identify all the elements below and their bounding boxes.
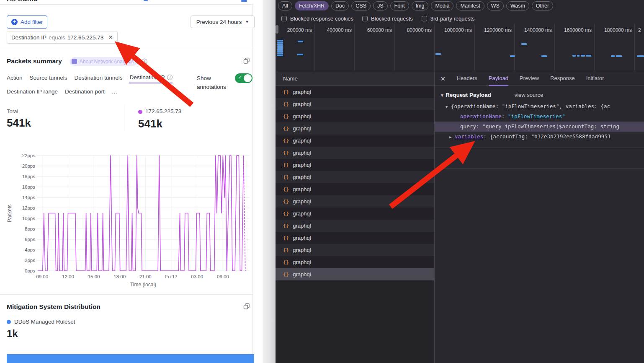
request-payload-section-header[interactable]: ▼ Request Payload view source — [435, 86, 644, 101]
packets-tabs-row-2: Destination IP rangeDestination port… — [7, 88, 117, 97]
detail-tab-response[interactable]: Response — [550, 72, 575, 86]
filter-pill-wasm[interactable]: Wasm — [506, 1, 529, 10]
tab-destination-ip-range[interactable]: Destination IP range — [7, 88, 58, 97]
popout-icon[interactable] — [243, 57, 250, 64]
total-value: 541k — [7, 117, 31, 130]
request-name: graphql — [293, 125, 311, 132]
request-row[interactable]: {}graphql — [276, 220, 434, 232]
fetch-icon: {} — [283, 259, 289, 265]
show-annotations-toggle[interactable]: ✓ — [235, 73, 252, 83]
tab-destination-tunnels[interactable]: Destination tunnels — [75, 74, 123, 83]
info-icon[interactable]: i — [167, 75, 173, 80]
time-range-label: Previous 24 hours — [196, 19, 242, 25]
view-source-link[interactable]: view source — [515, 92, 544, 98]
series-value: 541k — [138, 117, 162, 130]
request-row[interactable]: {}graphql — [276, 232, 434, 244]
series-ip-label[interactable]: 172.65.225.73 — [145, 108, 181, 114]
request-row[interactable]: {}graphql — [276, 195, 434, 207]
timeline-label: 1000000 ms — [428, 27, 472, 33]
filter-pill-font[interactable]: Font — [390, 1, 409, 10]
mitigation-legend-dot — [7, 320, 11, 324]
svg-text:Packets: Packets — [7, 205, 13, 223]
payload-line[interactable]: operationName: "ipFlowTimeseries" — [435, 111, 644, 122]
request-row[interactable]: {}graphql — [276, 268, 434, 280]
vertical-scrollbar[interactable] — [263, 0, 276, 363]
mitigation-popout-icon[interactable] — [243, 303, 250, 310]
request-name: graphql — [293, 210, 311, 217]
series-dot — [138, 110, 142, 114]
tab-source-tunnels[interactable]: Source tunnels — [30, 74, 67, 83]
filter-pill-css[interactable]: CSS — [351, 1, 371, 10]
timeline-label: 200000 ms — [276, 27, 312, 33]
filter-pill-other[interactable]: Other — [532, 1, 553, 10]
tab-[interactable]: … — [112, 88, 118, 97]
network-overview-timeline[interactable]: 200000 ms400000 ms600000 ms800000 ms1000… — [276, 24, 644, 71]
payload-line[interactable]: ▶variables: {accountTag: "b12e3b2192ee55… — [435, 132, 644, 142]
filter-pill-manifest[interactable]: Manifest — [456, 1, 484, 10]
detail-tab-preview[interactable]: Preview — [520, 72, 539, 86]
request-row[interactable]: {}graphql — [276, 256, 434, 268]
request-name: graphql — [293, 198, 311, 205]
docs-icon — [72, 59, 77, 64]
request-timing-mark — [510, 55, 515, 57]
request-row[interactable]: {}graphql — [276, 159, 434, 171]
request-row[interactable]: {}graphql — [276, 207, 434, 220]
request-timing-mark — [572, 55, 576, 57]
request-row[interactable]: {}graphql — [276, 110, 434, 122]
svg-text:12pps: 12pps — [22, 205, 36, 210]
request-name: graphql — [293, 101, 311, 107]
remove-filter-icon[interactable]: ✕ — [108, 34, 113, 41]
request-row[interactable]: {}graphql — [276, 122, 434, 135]
filter-pill-doc[interactable]: Doc — [331, 1, 349, 10]
detail-tab-headers[interactable]: Headers — [457, 72, 477, 86]
tree-caret-icon[interactable]: ▶ — [449, 132, 455, 142]
request-row[interactable]: {}graphql — [276, 135, 434, 147]
tab-destination-port[interactable]: Destination port — [65, 88, 105, 97]
filter-pill-all[interactable]: All — [278, 1, 292, 10]
timeline-gridline — [634, 24, 635, 71]
detail-tab-payload[interactable]: Payload — [489, 72, 508, 86]
checkbox-3rd-party-requests[interactable]: 3rd-party requests — [422, 16, 475, 22]
request-timing-mark — [637, 55, 644, 57]
checkbox-label: 3rd-party requests — [430, 16, 475, 22]
payload-segment-plain: : — [476, 124, 482, 130]
request-row[interactable]: {}graphql — [276, 98, 434, 110]
checkbox-blocked-response-cookies[interactable]: Blocked response cookies — [281, 16, 353, 22]
request-row[interactable]: {}graphql — [276, 244, 434, 256]
time-range-dropdown[interactable]: Previous 24 hours ▼ — [191, 16, 255, 28]
checkbox-box[interactable] — [362, 16, 368, 21]
filter-pill-media[interactable]: Media — [431, 1, 453, 10]
payload-segment-plain: "query ipFlowTimeseries($accountTag: str… — [482, 124, 619, 130]
show-annotations-label: Show annotations — [197, 74, 232, 91]
tree-caret-icon[interactable]: ▼ — [446, 102, 451, 111]
add-filter-label: Add filter — [21, 19, 43, 25]
filter-chip[interactable]: Destination IP equals 172.65.225.73 ✕ — [7, 31, 118, 44]
about-network-analytics-badge[interactable]: About Network Analytics — [70, 57, 138, 66]
request-row[interactable]: {}graphql — [276, 86, 434, 98]
payload-line[interactable]: ▼{operationName: "ipFlowTimeseries", var… — [435, 101, 644, 111]
checkbox-blocked-requests[interactable]: Blocked requests — [362, 16, 413, 22]
filter-pill-js[interactable]: JS — [373, 1, 388, 10]
request-row[interactable]: {}graphql — [276, 147, 434, 159]
request-row[interactable]: {}graphql — [276, 183, 434, 195]
payload-line[interactable]: query: "query ipFlowTimeseries($accountT… — [435, 122, 644, 132]
close-icon[interactable]: ✕ — [440, 75, 446, 82]
check-icon: ✓ — [238, 75, 242, 80]
detail-tab-initiator[interactable]: Initiator — [586, 72, 604, 86]
fetch-icon: {} — [283, 126, 289, 131]
tab-action[interactable]: Action — [7, 74, 23, 83]
request-row[interactable]: {}graphql — [276, 171, 434, 183]
filter-pill-fetch-xhr[interactable]: Fetch/XHR — [295, 1, 329, 10]
detail-tab-bar: ✕ HeadersPayloadPreviewResponseInitiator — [435, 72, 644, 86]
add-filter-button[interactable]: + Add filter — [7, 16, 47, 29]
filter-pill-ws[interactable]: WS — [487, 1, 504, 10]
svg-text:18:00: 18:00 — [113, 274, 126, 279]
filter-pill-img[interactable]: Img — [412, 1, 429, 10]
name-column-header[interactable]: Name — [276, 72, 434, 86]
svg-text:Fri 17: Fri 17 — [165, 274, 177, 279]
tab-destination-ip[interactable]: Destination IPi — [129, 74, 173, 83]
checkbox-box[interactable] — [281, 16, 287, 21]
mitigation-legend-label[interactable]: DDoS Managed Ruleset — [14, 319, 75, 325]
checkbox-box[interactable] — [422, 16, 427, 21]
analytics-panel: All traffic + Add filter Previous 24 hou… — [0, 0, 263, 363]
